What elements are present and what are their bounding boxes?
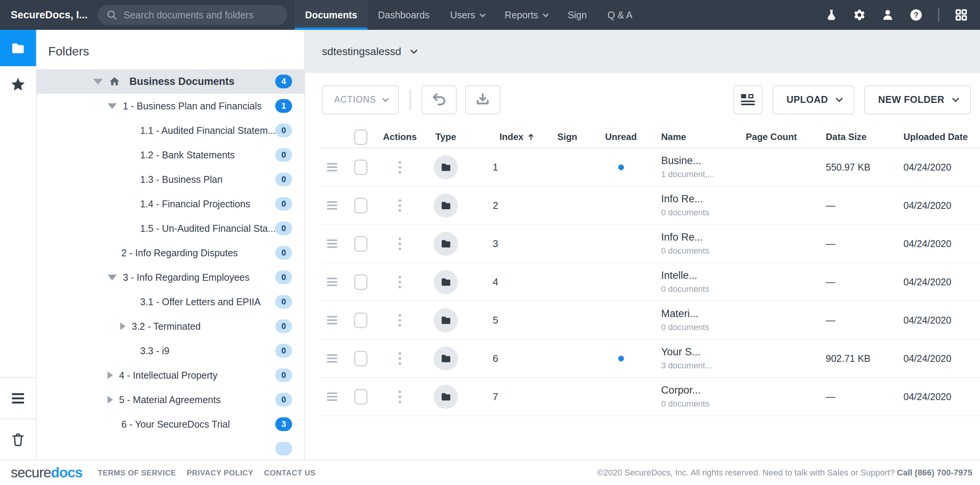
row-actions-kebab-icon[interactable]	[399, 352, 401, 365]
column-header-sign[interactable]: Sign	[542, 132, 592, 142]
row-actions-kebab-icon[interactable]	[399, 199, 401, 212]
search-input[interactable]	[124, 10, 277, 21]
drag-handle[interactable]	[327, 391, 337, 403]
tree-item-1-3-business-plan[interactable]: 1.3 - Business Plan 0	[37, 167, 304, 192]
tree-item-business-documents[interactable]: Business Documents 4	[37, 69, 304, 94]
rail-folders-button[interactable]	[0, 30, 36, 66]
folder-type-icon	[434, 232, 458, 256]
table-row[interactable]: 2 Info Re...0 documents — 04/24/2020	[320, 187, 980, 225]
app-grid-icon[interactable]	[955, 8, 968, 21]
column-header-data-size[interactable]: Data Size	[810, 132, 886, 142]
table-row[interactable]: 7 Corpor...0 documents — 04/24/2020	[320, 378, 980, 416]
user-profile-icon[interactable]	[881, 8, 894, 21]
row-name[interactable]: Info Re...0 documents	[650, 193, 733, 218]
terms-of-service-link[interactable]: TERMS OF SERVICE	[98, 469, 176, 477]
tree-item-5-material-agreements[interactable]: 5 - Material Agreements 0	[37, 387, 304, 412]
drag-handle[interactable]	[327, 161, 337, 173]
expand-triangle-icon[interactable]	[108, 371, 113, 379]
row-uploaded-date: 04/24/2020	[886, 353, 980, 364]
row-checkbox[interactable]	[354, 351, 368, 366]
new-folder-dropdown-button[interactable]: NEW FOLDER	[864, 85, 971, 114]
rail-index-list-button[interactable]	[0, 377, 36, 418]
collapse-triangle-icon[interactable]	[108, 275, 117, 280]
rail-trash-button[interactable]	[0, 418, 36, 460]
row-checkbox[interactable]	[354, 236, 368, 252]
main-nav-tabs: Documents Dashboards Users Reports Sign …	[295, 0, 643, 30]
tree-item-3-2-terminated[interactable]: 3.2 - Terminated 0	[37, 314, 304, 339]
row-actions-kebab-icon[interactable]	[399, 391, 401, 403]
row-name[interactable]: Busine...1 document,...	[650, 155, 733, 179]
table-row[interactable]: 5 Materi...0 documents — 04/24/2020	[320, 301, 980, 340]
tab-qa[interactable]: Q & A	[597, 0, 643, 30]
row-actions-kebab-icon[interactable]	[399, 314, 401, 327]
row-actions-kebab-icon[interactable]	[399, 161, 401, 174]
navbar-utility-icons: ?	[825, 0, 968, 30]
help-icon[interactable]: ?	[910, 8, 923, 21]
tree-item-4-intellectual-property[interactable]: 4 - Intellectual Property 0	[37, 363, 304, 387]
row-checkbox[interactable]	[354, 159, 368, 175]
expand-triangle-icon[interactable]	[108, 396, 113, 404]
row-name[interactable]: Materi...0 documents	[650, 308, 733, 332]
lab-flask-icon[interactable]	[825, 9, 838, 21]
privacy-policy-link[interactable]: PRIVACY POLICY	[187, 469, 253, 477]
collapse-triangle-icon[interactable]	[93, 79, 103, 85]
column-header-type[interactable]: Type	[422, 132, 470, 142]
tree-item-3-info-employees[interactable]: 3 - Info Regarding Employees 0	[37, 265, 304, 290]
tree-item-6-securedocs-trial[interactable]: 6 - Your SecureDocs Trial 3	[37, 412, 304, 436]
row-name[interactable]: Intelle...0 documents	[650, 270, 733, 294]
undo-button[interactable]	[421, 85, 457, 114]
upload-dropdown-button[interactable]: UPLOAD	[773, 85, 854, 114]
tab-users[interactable]: Users	[440, 0, 494, 30]
table-row[interactable]: 6 Your S...3 document... 902.71 KB 04/24…	[320, 340, 980, 378]
contact-us-link[interactable]: CONTACT US	[264, 469, 316, 477]
drag-handle[interactable]	[327, 276, 337, 288]
tree-item-3-1-offer-letters[interactable]: 3.1 - Offer Letters and EPIIA 0	[37, 290, 304, 314]
row-actions-kebab-icon[interactable]	[399, 238, 401, 250]
tree-item-2-info-disputes[interactable]: 2 - Info Regarding Disputes 0	[37, 241, 304, 265]
table-row[interactable]: 3 Info Re...0 documents — 04/24/2020	[320, 225, 980, 263]
drag-handle[interactable]	[327, 238, 337, 250]
tab-sign[interactable]: Sign	[557, 0, 597, 30]
row-actions-kebab-icon[interactable]	[399, 276, 401, 288]
column-header-index[interactable]: Index	[470, 132, 542, 142]
rail-favorites-button[interactable]	[0, 66, 36, 103]
collapse-triangle-icon[interactable]	[108, 103, 117, 109]
tree-item-3-3-i9[interactable]: 3.3 - i9 0	[37, 339, 304, 363]
column-header-unread[interactable]: Unread	[592, 132, 650, 142]
tree-item-1-1-audited-financial[interactable]: 1.1 - Audited Financial Statem... 0	[37, 118, 304, 143]
row-checkbox[interactable]	[354, 274, 368, 290]
row-name[interactable]: Your S...3 document...	[650, 346, 733, 371]
tab-documents[interactable]: Documents	[295, 0, 368, 30]
global-search[interactable]	[98, 5, 287, 25]
tree-item-1-4-financial-projections[interactable]: 1.4 - Financial Projections 0	[37, 192, 304, 216]
row-name[interactable]: Corpor...0 documents	[650, 384, 733, 409]
download-button[interactable]	[465, 85, 500, 114]
row-name[interactable]: Info Re...0 documents	[650, 231, 733, 256]
svg-text:?: ?	[914, 11, 918, 19]
tree-item-partially-visible[interactable]	[37, 436, 304, 460]
column-header-uploaded-date[interactable]: Uploaded Date	[886, 132, 980, 142]
expand-triangle-icon[interactable]	[120, 322, 126, 330]
row-checkbox[interactable]	[354, 198, 368, 213]
table-row[interactable]: 1 Busine...1 document,... 550.97 KB 04/2…	[320, 148, 980, 187]
column-header-name[interactable]: Name	[650, 132, 733, 142]
workspace-selector[interactable]: sdtestingsalessd	[322, 46, 415, 58]
row-checkbox[interactable]	[354, 312, 368, 328]
tab-dashboards[interactable]: Dashboards	[368, 0, 440, 30]
table-row[interactable]: 4 Intelle...0 documents — 04/24/2020	[320, 263, 980, 301]
drag-handle[interactable]	[327, 314, 337, 326]
unread-indicator	[618, 164, 624, 170]
column-header-page-count[interactable]: Page Count	[733, 132, 810, 142]
card-view-toggle-button[interactable]	[733, 85, 763, 114]
row-checkbox[interactable]	[354, 389, 368, 405]
tree-item-1-5-unaudited-financial[interactable]: 1.5 - Un-Audited Financial Sta... 0	[37, 216, 304, 241]
tab-reports[interactable]: Reports	[494, 0, 557, 30]
settings-gear-icon[interactable]	[853, 8, 866, 21]
tree-item-1-business-plan[interactable]: 1 - Business Plan and Financials 1	[37, 94, 304, 118]
select-all-checkbox[interactable]	[354, 129, 368, 145]
tree-item-1-2-bank-statements[interactable]: 1.2 - Bank Statements 0	[37, 143, 304, 167]
column-header-actions[interactable]: Actions	[378, 132, 422, 142]
drag-handle[interactable]	[327, 199, 337, 212]
drag-handle[interactable]	[327, 352, 337, 365]
actions-dropdown-button[interactable]: ACTIONS	[322, 85, 399, 114]
